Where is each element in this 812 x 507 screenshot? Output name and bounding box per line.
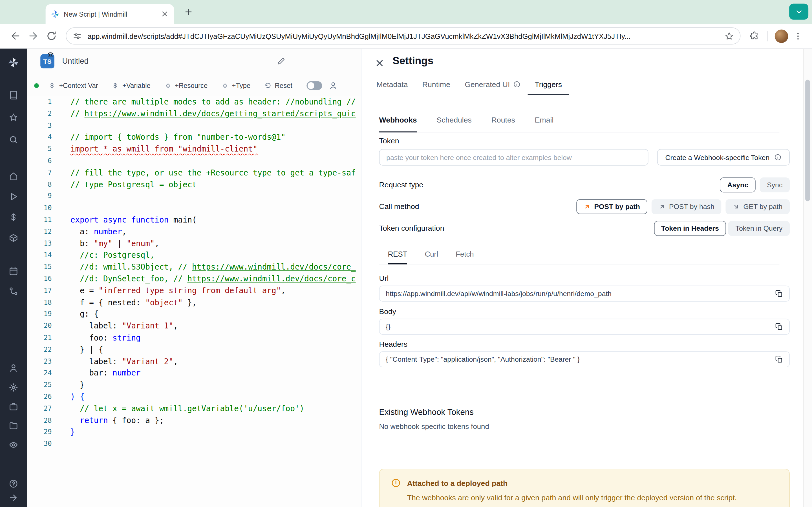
request-type-label: Request type	[379, 180, 423, 189]
add-context-var-label: +Context Var	[59, 82, 98, 90]
webhook-body-field[interactable]: {}	[379, 319, 790, 335]
tab-routes[interactable]: Routes	[492, 108, 515, 132]
dollar-icon	[49, 82, 56, 89]
browser-tab[interactable]: New Script | Windmill	[46, 4, 174, 24]
sidebar-item-account[interactable]	[9, 363, 18, 372]
expand-sidebar-icon[interactable]	[9, 493, 18, 502]
token-label: Token	[379, 136, 399, 145]
help-icon[interactable]	[9, 479, 18, 489]
token-in-headers-button[interactable]: Token in Headers	[654, 221, 726, 235]
create-token-button[interactable]: Create a Webhook-specific Token	[657, 149, 790, 166]
trigger-tabs: Webhooks Schedules Routes Email	[379, 108, 779, 132]
tab-close-icon[interactable]	[160, 10, 168, 18]
tab-webhooks[interactable]: Webhooks	[379, 108, 417, 132]
tab-rest[interactable]: REST	[388, 244, 407, 265]
tab-email[interactable]: Email	[535, 108, 554, 132]
body-label: Body	[379, 307, 396, 316]
token-input[interactable]	[379, 149, 648, 166]
sidebar-item-workspace[interactable]	[9, 402, 18, 411]
browser-menu-icon[interactable]	[794, 31, 803, 41]
copy-icon[interactable]	[775, 290, 783, 298]
token-in-query-button[interactable]: Token in Query	[728, 221, 790, 235]
sidebar-item-favorites[interactable]	[9, 113, 18, 122]
async-button[interactable]: Async	[720, 177, 756, 192]
url-text[interactable]: app.windmill.dev/scripts/add#JTdCJTIyaGF…	[87, 32, 719, 40]
back-button[interactable]	[10, 31, 21, 41]
script-title[interactable]: Untitled	[62, 56, 88, 65]
assistant-toggle[interactable]	[306, 81, 322, 90]
warning-title: Attached to a deployed path	[407, 479, 508, 487]
sidebar-item-docs[interactable]	[9, 91, 18, 100]
reset-label: Reset	[275, 82, 292, 90]
post-by-hash-label: POST by hash	[669, 203, 714, 210]
tab-curl[interactable]: Curl	[425, 244, 438, 265]
tab-generated-ui-label: Generated UI	[465, 80, 510, 89]
get-by-path-label: GET by path	[744, 203, 783, 210]
token-configuration-row: Token configuration Token in Headers Tok…	[379, 220, 790, 236]
add-resource-button[interactable]: +Resource	[164, 82, 207, 90]
webhook-body-value: {}	[386, 323, 775, 331]
sidebar-item-flows[interactable]	[9, 287, 18, 296]
info-icon	[774, 154, 781, 161]
request-type-options: Async Sync	[720, 177, 790, 192]
extensions-icon[interactable]	[749, 31, 759, 41]
copy-icon[interactable]	[775, 323, 783, 331]
sidebar-item-resources[interactable]	[9, 233, 18, 242]
tab-runtime[interactable]: Runtime	[415, 74, 458, 95]
new-tab-button[interactable]	[183, 6, 195, 18]
existing-tokens-title: Existing Webhook Tokens	[379, 407, 473, 417]
add-context-var-button[interactable]: +Context Var	[49, 82, 98, 90]
sidebar-item-variables[interactable]	[9, 213, 18, 222]
scrollbar-thumb[interactable]	[805, 80, 810, 202]
forward-button[interactable]	[28, 31, 39, 41]
tab-metadata[interactable]: Metadata	[369, 74, 415, 95]
profile-avatar[interactable]	[775, 29, 788, 43]
settings-tabs: Metadata Runtime Generated UI Triggers	[361, 74, 812, 95]
bookmark-star-icon[interactable]	[725, 31, 734, 41]
webhook-url-field[interactable]: https://app.windmill.dev/api/w/windmill-…	[379, 286, 790, 302]
webhook-headers-value: { "Content-Type": "application/json", "A…	[386, 355, 775, 363]
sidebar-item-folders[interactable]	[9, 421, 18, 431]
sidebar-item-audit[interactable]	[9, 440, 18, 450]
screen: New Script | Windmill app.windmill.dev/s…	[0, 0, 812, 507]
browser-dropdown-button[interactable]	[789, 4, 808, 20]
add-variable-button[interactable]: +Variable	[112, 82, 151, 90]
sidebar-item-runs[interactable]	[9, 192, 18, 201]
add-type-button[interactable]: +Type	[221, 82, 250, 90]
sidebar-item-schedules[interactable]	[9, 267, 18, 276]
add-type-label: +Type	[232, 82, 251, 90]
script-editor: TS Untitled +Context Var +Variable +Reso…	[27, 49, 361, 507]
windmill-logo[interactable]	[8, 57, 19, 68]
copy-icon[interactable]	[775, 355, 783, 363]
webhook-headers-field[interactable]: { "Content-Type": "application/json", "A…	[379, 351, 790, 367]
call-method-row: Call method POST by path POST by hash	[379, 199, 790, 214]
close-icon[interactable]	[374, 58, 385, 68]
reload-button[interactable]	[46, 31, 57, 41]
tab-strip: New Script | Windmill	[0, 0, 812, 24]
post-by-path-label: POST by path	[594, 203, 640, 210]
edit-title-icon[interactable]	[277, 57, 285, 65]
reset-button[interactable]: Reset	[264, 82, 292, 90]
toggle-knob	[307, 82, 314, 89]
add-resource-label: +Resource	[175, 82, 207, 90]
token-configuration-label: Token configuration	[379, 224, 444, 232]
sync-button[interactable]: Sync	[760, 177, 790, 192]
post-by-path-button[interactable]: POST by path	[576, 199, 647, 214]
search-icon[interactable]	[9, 135, 18, 144]
code-area[interactable]: 1// there are multiple modes to add as h…	[27, 96, 361, 507]
site-settings-icon[interactable]	[72, 31, 82, 41]
tab-generated-ui[interactable]: Generated UI	[458, 74, 527, 95]
tab-fetch[interactable]: Fetch	[456, 244, 474, 265]
dollar-icon	[112, 82, 119, 89]
call-method-options: POST by path POST by hash GET by path	[576, 199, 790, 214]
tab-triggers[interactable]: Triggers	[527, 74, 569, 95]
post-by-hash-button[interactable]: POST by hash	[651, 199, 721, 214]
existing-tokens-empty: No webhook specific tokens found	[379, 422, 489, 431]
get-by-path-button[interactable]: GET by path	[726, 199, 790, 214]
panel-scrollbar[interactable]	[803, 49, 812, 507]
tab-schedules[interactable]: Schedules	[437, 108, 471, 132]
example-tabs: REST Curl Fetch	[379, 244, 779, 265]
sidebar-item-home[interactable]	[9, 172, 18, 181]
address-bar[interactable]: app.windmill.dev/scripts/add#JTdCJTIyaGF…	[66, 27, 741, 45]
sidebar-item-settings[interactable]	[9, 383, 18, 392]
